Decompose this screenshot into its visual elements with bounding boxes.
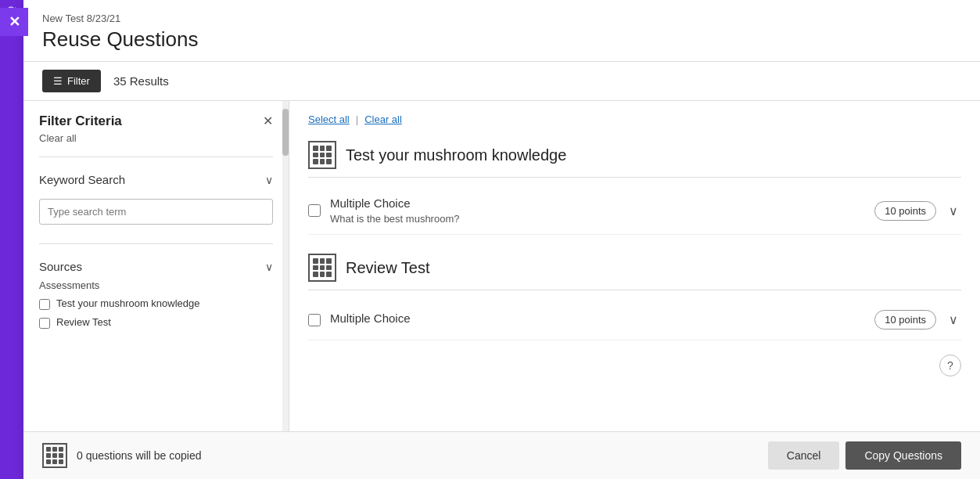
sources-section[interactable]: Sources ∨: [39, 254, 273, 279]
modal-body: Filter Criteria ✕ Clear all Keyword Sear…: [23, 101, 980, 431]
modal-footer: 0 questions will be copied Cancel Copy Q…: [23, 431, 980, 479]
question-type-1: Multiple Choice: [330, 196, 865, 210]
select-clear-bar: Select all | Clear all: [308, 113, 961, 125]
question-type-2: Multiple Choice: [330, 312, 865, 325]
points-badge-2: 10 points: [874, 310, 936, 330]
group-icon-2: [308, 254, 336, 282]
question-info-1: Multiple Choice What is the best mushroo…: [330, 196, 865, 225]
select-all-button[interactable]: Select all: [308, 113, 350, 125]
filter-icon: ☰: [53, 75, 63, 87]
filter-sidebar: Filter Criteria ✕ Clear all Keyword Sear…: [23, 101, 289, 431]
question-checkbox-1[interactable]: [308, 204, 321, 217]
footer-left: 0 questions will be copied: [42, 443, 202, 468]
scroll-track: [282, 101, 289, 431]
sources-title: Sources: [39, 260, 82, 273]
main-content: Select all | Clear all Test your mushroo…: [289, 101, 980, 431]
filter-label: Filter: [67, 75, 90, 87]
modal-close-button[interactable]: ✕: [0, 8, 28, 36]
footer-buttons: Cancel Copy Questions: [768, 441, 961, 470]
group-icon-1: [308, 141, 336, 169]
reuse-questions-modal: ✕ New Test 8/23/21 Reuse Questions ☰ Fil…: [23, 0, 980, 479]
clear-all-button[interactable]: Clear all: [364, 113, 402, 125]
sources-chevron-icon: ∨: [265, 261, 273, 273]
group-title-1: Test your mushroom knowledge: [346, 146, 566, 164]
copy-questions-button[interactable]: Copy Questions: [845, 441, 961, 470]
filter-criteria-title: Filter Criteria: [39, 113, 122, 129]
results-count: 35 Results: [113, 74, 169, 88]
keyword-search-chevron-icon: ∨: [265, 174, 273, 186]
question-info-2: Multiple Choice: [330, 312, 865, 328]
group-title-2: Review Test: [346, 259, 429, 277]
source-label-mushroom: Test your mushroom knowledge: [56, 297, 200, 309]
keyword-search-input[interactable]: [39, 199, 273, 225]
modal-subtitle: New Test 8/23/21: [42, 13, 961, 24]
question-group-1: Test your mushroom knowledge Multiple Ch…: [308, 141, 961, 235]
question-row-2: Multiple Choice 10 points ∨: [308, 300, 961, 340]
modal-header: New Test 8/23/21 Reuse Questions: [23, 0, 980, 62]
filter-criteria-header: Filter Criteria ✕: [39, 113, 273, 129]
group-header-2: Review Test: [308, 254, 961, 290]
modal-toolbar: ☰ Filter 35 Results: [23, 62, 980, 101]
source-checkbox-mushroom[interactable]: [39, 299, 50, 310]
divider-1: [39, 157, 273, 157]
keyword-search-title: Keyword Search: [39, 173, 125, 186]
help-icon[interactable]: ?: [939, 355, 961, 376]
question-text-1: What is the best mushroom?: [330, 213, 865, 225]
keyword-search-section[interactable]: Keyword Search ∨: [39, 167, 273, 193]
divider-2: [39, 243, 273, 244]
source-item-2: Review Test: [39, 316, 273, 329]
group-header-1: Test your mushroom knowledge: [308, 141, 961, 178]
footer-icon: [42, 443, 67, 468]
clear-all-link[interactable]: Clear all: [39, 132, 273, 144]
expand-button-2[interactable]: ∨: [946, 309, 961, 330]
source-item-1: Test your mushroom knowledge: [39, 297, 273, 310]
left-sidebar-bar: T Q: [0, 0, 23, 479]
points-badge-1: 10 points: [874, 201, 936, 221]
source-checkbox-review[interactable]: [39, 318, 50, 329]
source-label-review: Review Test: [56, 316, 111, 328]
modal-title: Reuse Questions: [42, 27, 961, 52]
pipe-separator: |: [356, 113, 358, 125]
close-filter-button[interactable]: ✕: [263, 113, 273, 128]
filter-button[interactable]: ☰ Filter: [42, 70, 101, 92]
sidebar-scroll-area: Filter Criteria ✕ Clear all Keyword Sear…: [23, 101, 289, 431]
question-row-1: Multiple Choice What is the best mushroo…: [308, 187, 961, 235]
cancel-button[interactable]: Cancel: [768, 441, 840, 470]
question-group-2: Review Test Multiple Choice 10 points ∨: [308, 254, 961, 340]
expand-button-1[interactable]: ∨: [946, 200, 961, 221]
scroll-thumb[interactable]: [282, 109, 289, 156]
question-checkbox-2[interactable]: [308, 314, 321, 326]
assessments-label: Assessments: [39, 279, 273, 291]
footer-summary-text: 0 questions will be copied: [77, 449, 202, 462]
